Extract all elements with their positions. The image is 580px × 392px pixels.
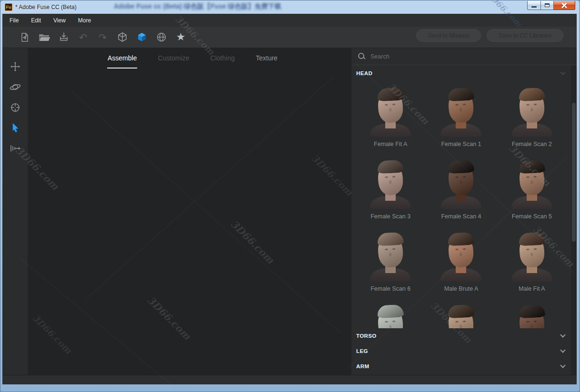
orbit-tool-button[interactable] [9,81,22,93]
minimize-button[interactable] [527,1,541,10]
section-leg[interactable]: LEG [351,343,571,359]
cube-solid-icon [136,31,148,43]
asset-thumb-partial-2[interactable] [426,302,496,328]
asset-thumb-female-scan-5[interactable]: Female Scan 5 [497,157,567,229]
asset-list: HEAD Female Fit A Female Scan 1 [351,66,571,375]
tab-clothing[interactable]: Clothing [210,54,235,64]
select-tool-button-active[interactable] [9,122,22,134]
pan-zoom-tool-icon [9,143,21,154]
close-button[interactable] [554,1,575,10]
asset-thumb-male-brute-a[interactable]: Male Brute A [426,229,496,302]
menu-bar: File Edit View More [2,14,577,27]
cube-wireframe-button[interactable] [116,31,129,44]
new-file-button[interactable] [18,31,31,44]
import-save-button[interactable] [57,31,70,44]
header-actions: Send to Mixamo Save to CC Libraries [416,29,563,42]
new-file-icon [19,31,30,43]
menu-file[interactable]: File [10,17,19,24]
background-window-text: Adobe Fuse cc (Beta) 绿色版【Fuse 绿色版】免费下载 [114,2,380,11]
chevron-down-icon [560,332,565,337]
close-icon [561,2,567,8]
cube-wireframe-icon [117,31,128,43]
undo-button[interactable]: ↶ [77,31,90,44]
asset-thumb-male-fit-a[interactable]: Male Fit A [497,229,567,302]
target-tool-button[interactable] [9,101,22,114]
titlebar: Adobe Fuse cc (Beta) 绿色版【Fuse 绿色版】免费下载 F… [0,0,580,14]
panel-scrollbar[interactable] [571,66,577,375]
chevron-down-icon [560,347,565,353]
send-to-mixamo-button[interactable]: Send to Mixamo [416,29,481,42]
maximize-icon [545,3,550,7]
search-input[interactable] [370,53,551,60]
chevron-down-icon [560,363,565,368]
search-bar [351,48,577,65]
search-icon [358,53,365,60]
app-icon: Fu [5,3,12,11]
asset-thumb-female-fit-a[interactable]: Female Fit A [355,85,426,157]
assets-panel: HEAD Female Fit A Female Scan 1 [351,48,577,375]
scrollbar-thumb[interactable] [572,103,576,242]
star-icon: ★ [176,31,186,43]
pan-zoom-tool-button[interactable] [9,142,22,155]
open-folder-icon [38,31,50,43]
menu-view[interactable]: View [53,17,66,24]
asset-thumb-partial-1[interactable] [355,302,426,328]
mode-tabs: Assemble Customize Clothing Texture [28,48,351,70]
sphere-button[interactable] [155,31,168,44]
tab-texture[interactable]: Texture [256,54,278,64]
import-save-icon [58,31,70,43]
tab-customize[interactable]: Customize [158,54,189,64]
section-arm[interactable]: ARM [351,359,571,374]
chevron-down-icon [560,69,565,75]
move-tool-icon [10,61,21,72]
sphere-icon [156,31,167,43]
client-area: File Edit View More ↶ [2,14,577,384]
window-frame: Adobe Fuse cc (Beta) 绿色版【Fuse 绿色版】免费下载 F… [0,0,580,392]
menu-edit[interactable]: Edit [31,17,41,24]
viewport-canvas[interactable]: Assemble Customize Clothing Texture [28,48,351,375]
asset-thumb-partial-3[interactable] [497,302,567,328]
redo-icon: ↷ [99,32,107,42]
orbit-tool-icon [9,82,21,92]
asset-thumb-female-scan-6[interactable]: Female Scan 6 [355,229,426,302]
cube-solid-button-active[interactable] [135,31,148,44]
favorites-button[interactable]: ★ [174,31,187,44]
move-tool-button[interactable] [9,60,22,73]
window-title: * Adobe Fuse CC (Beta) [15,4,77,10]
asset-thumb-female-scan-4[interactable]: Female Scan 4 [426,157,496,229]
tool-sidebar [2,48,28,375]
asset-thumb-female-scan-3[interactable]: Female Scan 3 [355,157,426,229]
status-bar [2,375,577,384]
content-area: Assemble Customize Clothing Texture HEAD [2,48,577,375]
save-to-cc-libraries-button[interactable]: Save to CC Libraries [487,29,563,42]
cursor-icon [10,122,20,134]
open-folder-button[interactable] [38,31,50,44]
section-head[interactable]: HEAD [351,66,571,81]
target-tool-icon [10,102,21,113]
maximize-button[interactable] [541,1,554,10]
asset-thumb-female-scan-1[interactable]: Female Scan 1 [426,85,496,157]
section-torso[interactable]: TORSO [351,328,571,343]
undo-icon: ↶ [79,32,88,42]
redo-button[interactable]: ↷ [96,31,109,44]
head-thumbnails: Female Fit A Female Scan 1 Female Scan 2 [351,81,571,328]
tab-assemble[interactable]: Assemble [108,54,137,64]
menu-more[interactable]: More [78,17,91,24]
minimize-icon [531,6,537,8]
asset-thumb-female-scan-2[interactable]: Female Scan 2 [497,85,567,157]
